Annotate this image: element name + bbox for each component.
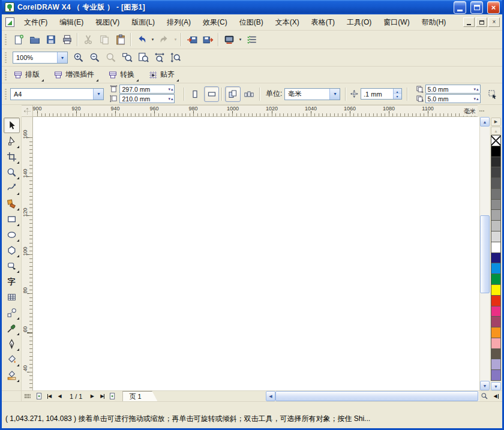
export-button[interactable] bbox=[200, 32, 216, 47]
toolbar-grip[interactable] bbox=[4, 34, 8, 45]
polygon-tool[interactable] bbox=[4, 242, 20, 258]
swatch-70-black[interactable] bbox=[491, 178, 501, 189]
landscape-button-active[interactable] bbox=[204, 86, 219, 102]
application-launcher-dropdown[interactable]: ▾ bbox=[237, 32, 244, 47]
menu-help[interactable]: 帮助(H) bbox=[416, 14, 452, 31]
zoom-to-height-button[interactable] bbox=[167, 50, 184, 65]
print-button[interactable] bbox=[59, 32, 75, 47]
paper-width-field[interactable]: 297.0 mm ▾▴ bbox=[119, 85, 175, 94]
application-launcher-button[interactable] bbox=[221, 32, 237, 47]
vertical-scroll-track[interactable] bbox=[480, 127, 490, 381]
palette-flyout-button[interactable]: ▶ bbox=[491, 118, 501, 126]
basic-shapes-tool[interactable] bbox=[4, 258, 20, 273]
next-page-button[interactable]: ▶ bbox=[87, 392, 97, 401]
vertical-scrollbar[interactable]: ▲ ▼ bbox=[479, 117, 490, 390]
swatch-brown[interactable] bbox=[491, 348, 501, 360]
interactive-fill-tool[interactable] bbox=[4, 367, 20, 383]
plugin-enhance-button[interactable]: 增强插件 bbox=[50, 68, 99, 82]
crop-tool[interactable] bbox=[4, 149, 20, 164]
redo-button-disabled[interactable] bbox=[156, 32, 172, 47]
first-page-button[interactable]: ◀ bbox=[44, 392, 55, 401]
menu-effects[interactable]: 效果(C) bbox=[197, 14, 233, 31]
menu-tools[interactable]: 工具(O) bbox=[341, 14, 377, 31]
ruler-origin[interactable] bbox=[22, 105, 33, 117]
undo-dropdown[interactable]: ▾ bbox=[149, 32, 156, 47]
swatch-20-black[interactable] bbox=[491, 231, 501, 242]
new-document-button[interactable] bbox=[10, 32, 26, 47]
doc-close-button[interactable]: × bbox=[488, 17, 500, 27]
undo-button[interactable] bbox=[133, 32, 149, 47]
eyedropper-tool[interactable] bbox=[4, 320, 20, 336]
menu-layout[interactable]: 版面(L) bbox=[125, 14, 161, 31]
toolbar-grip[interactable] bbox=[4, 52, 8, 63]
zoom-out-button[interactable] bbox=[86, 50, 103, 65]
add-page-button[interactable] bbox=[34, 392, 44, 401]
swatch-50-black[interactable] bbox=[491, 199, 501, 211]
zoom-combo-arrow-icon[interactable]: ▾ bbox=[57, 52, 67, 63]
toolbar-grip[interactable] bbox=[4, 89, 8, 100]
menu-text[interactable]: 文本(X) bbox=[269, 14, 305, 31]
swatch-purple[interactable] bbox=[491, 369, 501, 381]
horizontal-scrollbar[interactable]: ◀ bbox=[266, 391, 479, 401]
swatch-60-black[interactable] bbox=[491, 188, 501, 200]
nudge-offset-field[interactable]: .1 mm ▴ ▾ bbox=[361, 88, 402, 100]
snap-to-objects-button[interactable] bbox=[485, 86, 500, 102]
close-button[interactable]: × bbox=[487, 1, 500, 14]
duplicate-y-field[interactable]: 5.0 mm ▾▴ bbox=[425, 94, 481, 103]
quick-customize-button[interactable] bbox=[244, 32, 260, 47]
blend-tool[interactable] bbox=[4, 305, 20, 320]
palette-scroll-up-disabled[interactable]: ▲ bbox=[491, 127, 501, 135]
drawing-canvas[interactable] bbox=[33, 117, 479, 390]
freehand-tool[interactable] bbox=[4, 180, 20, 196]
plugin-snap-button[interactable]: 贴齐 bbox=[145, 68, 179, 82]
zoom-to-width-button[interactable] bbox=[151, 50, 167, 65]
vertical-ruler[interactable]: 160 140 120 100 80 60 40 bbox=[22, 117, 33, 390]
import-button[interactable] bbox=[184, 32, 200, 47]
rectangle-tool[interactable] bbox=[4, 211, 20, 227]
redo-dropdown-disabled[interactable]: ▾ bbox=[172, 32, 179, 47]
fill-tool[interactable] bbox=[4, 351, 20, 367]
portrait-button[interactable] bbox=[187, 86, 202, 102]
menu-arrange[interactable]: 排列(A) bbox=[161, 14, 197, 31]
last-page-button[interactable]: ▶ bbox=[97, 392, 107, 401]
table-tool[interactable] bbox=[4, 289, 20, 305]
horizontal-scroll-track[interactable] bbox=[275, 391, 479, 401]
swatch-blue[interactable] bbox=[491, 263, 501, 274]
outline-pen-tool[interactable] bbox=[4, 336, 20, 351]
paste-button[interactable] bbox=[112, 32, 128, 47]
add-page-after-button[interactable] bbox=[107, 392, 118, 401]
text-tool[interactable]: 字 bbox=[4, 273, 20, 289]
zoom-selected-button-disabled[interactable] bbox=[103, 50, 119, 65]
paper-type-combo[interactable]: A4 ▾ bbox=[10, 88, 104, 100]
units-combo[interactable]: 毫米 ▾ bbox=[284, 88, 340, 100]
swatch-black[interactable] bbox=[491, 146, 501, 157]
zoom-in-button[interactable] bbox=[70, 50, 86, 65]
document-navigator-button[interactable] bbox=[479, 391, 490, 401]
all-pages-layout-button[interactable] bbox=[225, 86, 240, 102]
paper-height-field[interactable]: 210.0 mm ▾▴ bbox=[119, 94, 175, 103]
save-button[interactable] bbox=[43, 32, 59, 47]
cut-button-disabled[interactable] bbox=[80, 32, 96, 47]
zoom-all-objects-button[interactable] bbox=[119, 50, 135, 65]
swatch-magenta[interactable] bbox=[491, 306, 501, 317]
nudge-spinner[interactable]: ▴ ▾ bbox=[393, 89, 401, 99]
zoom-tool[interactable] bbox=[4, 164, 20, 180]
menu-bitmaps[interactable]: 位图(B) bbox=[233, 14, 269, 31]
horizontal-scroll-thumb[interactable] bbox=[275, 391, 478, 401]
palette-expand-button[interactable]: ◀ bbox=[490, 391, 502, 401]
menu-window[interactable]: 窗口(W) bbox=[377, 14, 415, 31]
toolbar-grip[interactable] bbox=[4, 70, 8, 80]
swatch-40-black[interactable] bbox=[491, 209, 501, 221]
scroll-left-button[interactable]: ◀ bbox=[266, 391, 275, 401]
swatch-yellow[interactable] bbox=[491, 284, 501, 296]
previous-page-button[interactable]: ◀ bbox=[55, 392, 65, 401]
vertical-scroll-thumb[interactable] bbox=[480, 215, 490, 293]
menu-edit[interactable]: 编辑(E) bbox=[53, 14, 89, 31]
plugin-convert-button[interactable]: 转换 bbox=[105, 68, 139, 82]
scroll-up-button[interactable]: ▲ bbox=[480, 117, 490, 127]
horizontal-ruler[interactable]: 900 920 940 960 980 1000 1020 1040 1060 … bbox=[33, 105, 478, 117]
swatch-80-black[interactable] bbox=[491, 167, 501, 178]
swatch-pink[interactable] bbox=[491, 338, 501, 349]
page-tab[interactable]: 页 1 bbox=[122, 391, 157, 401]
plugin-typeset-button[interactable]: 排版 bbox=[10, 68, 44, 82]
